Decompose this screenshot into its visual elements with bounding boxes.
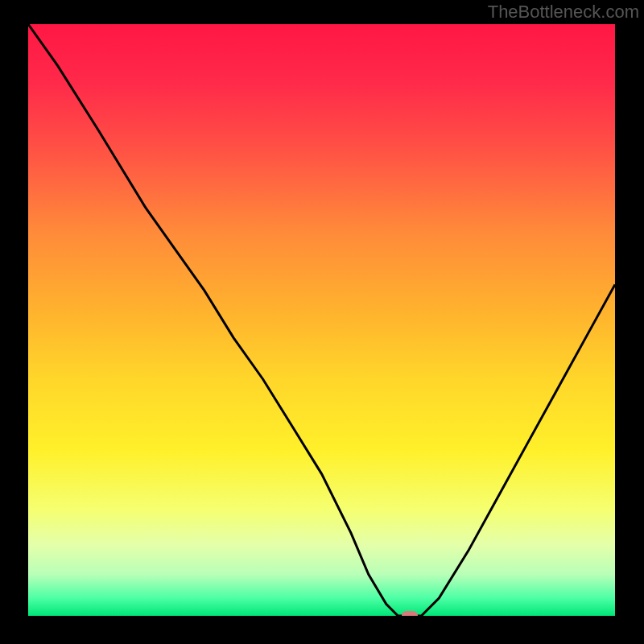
optimum-marker [402, 611, 418, 616]
bottleneck-curve [28, 24, 615, 616]
watermark-text: TheBottleneck.com [488, 2, 639, 23]
plot-area [28, 24, 615, 616]
